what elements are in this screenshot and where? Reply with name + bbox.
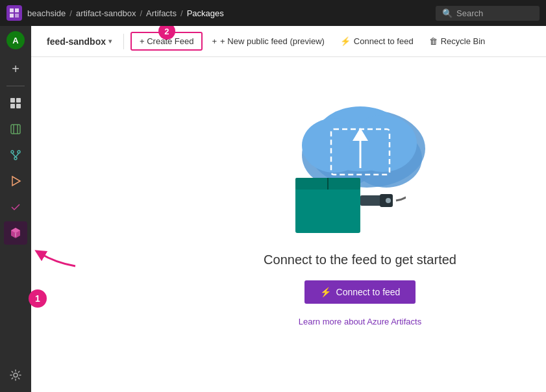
sidebar-item-testplans[interactable] bbox=[4, 195, 27, 219]
svg-rect-31 bbox=[360, 195, 383, 206]
connect-main-icon: ⚡ bbox=[320, 287, 331, 297]
svg-rect-1 bbox=[15, 8, 19, 12]
search-placeholder: Search bbox=[456, 8, 483, 18]
app-logo[interactable] bbox=[6, 5, 22, 21]
new-public-feed-label: + New public feed (preview) bbox=[220, 36, 325, 46]
right-panel: Connect to the feed to get started ⚡ Con… bbox=[174, 57, 546, 392]
svg-rect-6 bbox=[10, 104, 15, 108]
avatar-letter: A bbox=[6, 31, 25, 49]
svg-point-17 bbox=[14, 373, 18, 377]
svg-point-11 bbox=[11, 151, 14, 153]
feed-selector[interactable]: feed-sandbox ▾ bbox=[42, 34, 117, 49]
sidebar-item-boards[interactable] bbox=[4, 117, 27, 141]
breadcrumb-page: Packages bbox=[187, 8, 224, 18]
new-item-button[interactable]: + bbox=[4, 57, 27, 80]
svg-rect-0 bbox=[10, 8, 14, 12]
recycle-bin-button[interactable]: 🗑 Recycle Bin bbox=[423, 33, 492, 49]
breadcrumb-sep3: / bbox=[180, 8, 183, 18]
new-public-feed-icon: + bbox=[212, 36, 217, 46]
create-feed-label: + Create Feed bbox=[140, 36, 193, 46]
svg-line-14 bbox=[12, 153, 16, 157]
main-layout: A + bbox=[0, 26, 546, 392]
breadcrumb: beachside / artifact-sandbox / Artifacts… bbox=[27, 8, 430, 18]
svg-rect-3 bbox=[15, 14, 19, 18]
connect-main-label: Connect to feed bbox=[336, 287, 401, 297]
breadcrumb-org[interactable]: beachside bbox=[27, 8, 66, 18]
feed-name: feed-sandbox bbox=[47, 36, 106, 47]
svg-rect-7 bbox=[16, 104, 21, 108]
settings-button[interactable] bbox=[4, 363, 27, 387]
svg-rect-2 bbox=[10, 14, 14, 18]
create-feed-button[interactable]: + Create Feed bbox=[130, 32, 203, 51]
main-content: Connect to the feed to get started ⚡ Con… bbox=[31, 57, 546, 392]
svg-rect-8 bbox=[11, 125, 20, 134]
learn-more-link[interactable]: Learn more about Azure Artifacts bbox=[299, 317, 421, 326]
breadcrumb-project[interactable]: artifact-sandbox bbox=[76, 8, 136, 18]
svg-point-13 bbox=[14, 157, 17, 160]
new-public-feed-button[interactable]: + + New public feed (preview) bbox=[205, 33, 330, 49]
breadcrumb-section[interactable]: Artifacts bbox=[146, 8, 177, 18]
recycle-bin-label: Recycle Bin bbox=[441, 36, 486, 46]
svg-point-33 bbox=[386, 198, 391, 203]
connect-feed-toolbar-label: Connect to feed bbox=[354, 36, 414, 46]
svg-point-12 bbox=[18, 151, 20, 153]
topbar: beachside / artifact-sandbox / Artifacts… bbox=[0, 0, 546, 26]
toolbar-divider-1 bbox=[123, 34, 124, 49]
search-icon: 🔍 bbox=[442, 8, 453, 18]
sidebar-item-repos[interactable] bbox=[4, 143, 27, 167]
search-box[interactable]: 🔍 Search bbox=[436, 6, 540, 21]
chevron-down-icon: ▾ bbox=[108, 38, 112, 45]
connect-to-feed-button-toolbar[interactable]: ⚡ Connect to feed bbox=[334, 33, 420, 49]
illustration bbox=[269, 97, 451, 239]
user-avatar[interactable]: A bbox=[4, 29, 27, 52]
package-illustration bbox=[289, 162, 406, 239]
content-area: feed-sandbox ▾ + Create Feed 2 + + New p… bbox=[31, 26, 546, 392]
connect-heading: Connect to the feed to get started bbox=[264, 252, 456, 267]
sidebar-item-artifacts[interactable] bbox=[4, 221, 27, 245]
sidebar: A + bbox=[0, 26, 31, 392]
breadcrumb-sep2: / bbox=[140, 8, 142, 18]
breadcrumb-sep1: / bbox=[69, 8, 72, 18]
sidebar-item-pipelines[interactable] bbox=[4, 169, 27, 193]
sidebar-item-overview[interactable] bbox=[4, 92, 27, 115]
svg-rect-4 bbox=[10, 98, 15, 103]
create-feed-wrapper: + Create Feed 2 bbox=[130, 32, 203, 51]
svg-marker-16 bbox=[12, 177, 20, 186]
connect-to-feed-button-main[interactable]: ⚡ Connect to feed bbox=[304, 280, 416, 304]
svg-rect-5 bbox=[16, 98, 21, 103]
left-panel bbox=[31, 57, 174, 392]
toolbar: feed-sandbox ▾ + Create Feed 2 + + New p… bbox=[31, 26, 546, 57]
recycle-bin-icon: 🗑 bbox=[429, 36, 438, 46]
connect-feed-icon: ⚡ bbox=[340, 36, 351, 46]
svg-line-15 bbox=[16, 153, 19, 157]
